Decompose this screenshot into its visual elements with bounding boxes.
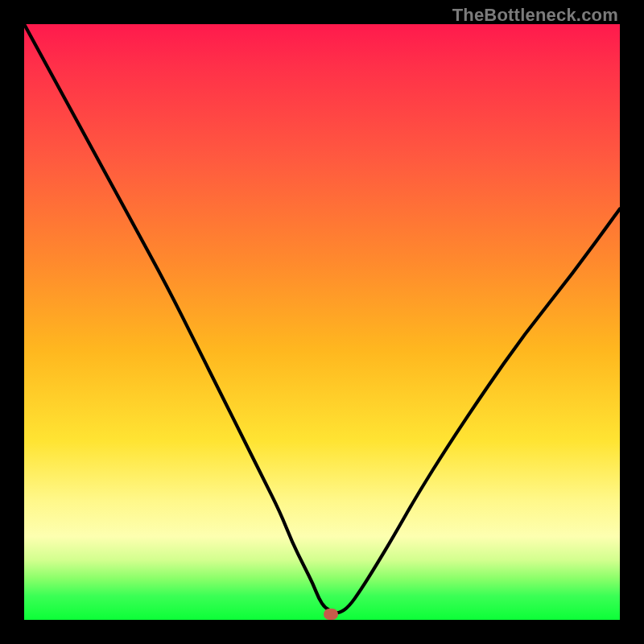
optimal-point-marker <box>324 609 338 620</box>
bottleneck-curve-path <box>24 24 620 613</box>
chart-frame: TheBottleneck.com <box>0 0 644 644</box>
chart-curve <box>24 24 620 620</box>
watermark-text: TheBottleneck.com <box>452 5 618 26</box>
